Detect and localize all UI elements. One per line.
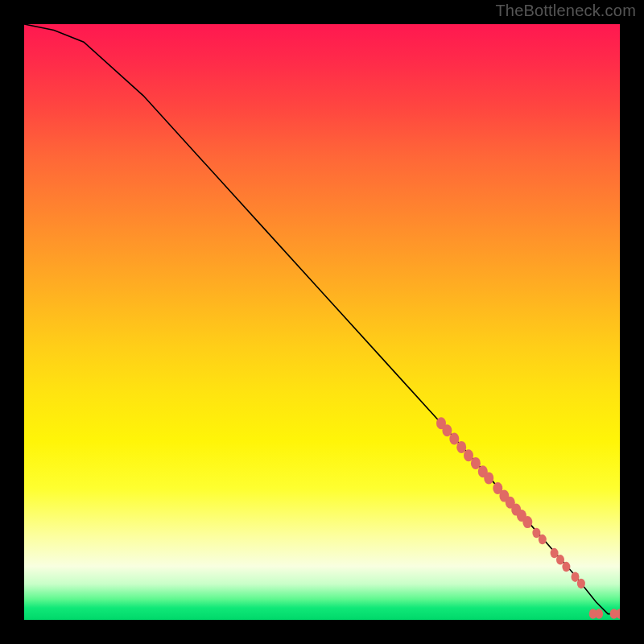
data-marker bbox=[539, 535, 547, 545]
data-marker bbox=[449, 433, 459, 445]
data-marker bbox=[595, 609, 603, 619]
data-marker bbox=[562, 562, 570, 572]
data-marker bbox=[522, 516, 532, 528]
data-marker bbox=[471, 457, 481, 469]
data-marker bbox=[442, 424, 452, 436]
data-marker bbox=[577, 579, 585, 589]
marker-group bbox=[436, 417, 620, 619]
chart-svg bbox=[24, 24, 620, 620]
data-marker bbox=[556, 555, 564, 565]
data-marker bbox=[484, 472, 493, 484]
watermark-text: TheBottleneck.com bbox=[495, 2, 636, 20]
chart-plot-area bbox=[24, 24, 620, 620]
data-marker bbox=[456, 441, 466, 453]
